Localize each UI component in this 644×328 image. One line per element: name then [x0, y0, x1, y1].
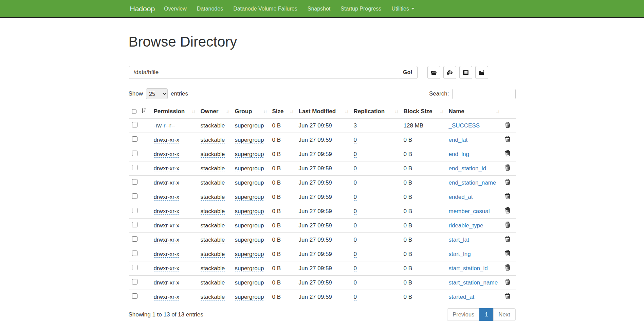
group-value[interactable]: supergroup [235, 122, 264, 129]
file-name-link[interactable]: started_at [449, 294, 475, 300]
previous-page-button[interactable]: Previous [447, 308, 480, 321]
permission-value[interactable]: -rw-r--r-- [154, 122, 175, 129]
owner-value[interactable]: stackable [201, 208, 225, 215]
delete-button[interactable] [505, 165, 511, 171]
column-header-name[interactable]: Name↓↑ [445, 105, 501, 118]
file-name-link[interactable]: ended_at [449, 194, 473, 200]
file-name-link[interactable]: member_casual [449, 208, 490, 214]
delete-button[interactable] [505, 122, 511, 128]
brand-link[interactable]: Hadoop [130, 0, 155, 17]
group-value[interactable]: supergroup [235, 222, 264, 229]
search-input[interactable] [452, 89, 516, 99]
owner-value[interactable]: stackable [201, 122, 225, 129]
group-value[interactable]: supergroup [235, 165, 264, 172]
row-checkbox[interactable] [132, 165, 137, 170]
row-checkbox[interactable] [132, 208, 137, 213]
group-value[interactable]: supergroup [235, 251, 264, 258]
permission-value[interactable]: drwxr-xr-x [154, 179, 180, 186]
upload-files-button[interactable] [443, 66, 456, 79]
nav-item-datanode-volume-failures[interactable]: Datanode Volume Failures [228, 0, 302, 17]
delete-button[interactable] [505, 222, 511, 228]
group-value[interactable]: supergroup [235, 137, 264, 143]
row-checkbox[interactable] [132, 236, 137, 242]
file-name-link[interactable]: rideable_type [449, 222, 483, 229]
replication-value[interactable]: 0 [354, 237, 357, 243]
column-header-group[interactable]: Group↓↑ [232, 105, 269, 118]
file-name-link[interactable]: end_station_name [449, 179, 496, 186]
replication-value[interactable]: 0 [354, 279, 357, 286]
file-name-link[interactable]: end_lat [449, 137, 468, 143]
nav-item-datanodes[interactable]: Datanodes [192, 0, 228, 17]
delete-button[interactable] [505, 136, 511, 142]
owner-value[interactable]: stackable [201, 251, 225, 258]
row-checkbox[interactable] [132, 193, 137, 199]
file-name-link[interactable]: start_lng [449, 251, 471, 257]
delete-button[interactable] [505, 236, 511, 242]
group-value[interactable]: supergroup [235, 179, 264, 186]
replication-value[interactable]: 0 [354, 251, 357, 258]
permission-value[interactable]: drwxr-xr-x [154, 294, 180, 300]
row-checkbox[interactable] [132, 122, 137, 127]
owner-value[interactable]: stackable [201, 137, 225, 143]
next-page-button[interactable]: Next [493, 308, 516, 321]
directory-path-input[interactable] [129, 66, 398, 79]
owner-value[interactable]: stackable [201, 194, 225, 201]
delete-button[interactable] [505, 250, 511, 256]
page-size-select[interactable]: 25 [146, 88, 168, 99]
row-checkbox[interactable] [132, 151, 137, 156]
nav-item-utilities-dropdown[interactable]: Utilities [386, 0, 420, 17]
group-value[interactable]: supergroup [235, 279, 264, 286]
folder-open-button[interactable] [427, 66, 440, 79]
nav-item-snapshot[interactable]: Snapshot [302, 0, 336, 17]
row-checkbox[interactable] [132, 279, 137, 284]
file-name-link[interactable]: end_lng [449, 151, 470, 157]
replication-value[interactable]: 0 [354, 208, 357, 215]
delete-button[interactable] [505, 193, 511, 199]
permission-value[interactable]: drwxr-xr-x [154, 279, 180, 286]
permission-value[interactable]: drwxr-xr-x [154, 165, 180, 172]
owner-value[interactable]: stackable [201, 165, 225, 172]
delete-button[interactable] [505, 293, 511, 299]
group-value[interactable]: supergroup [235, 208, 264, 215]
column-header-last-modified[interactable]: Last Modified↓↑ [295, 105, 350, 118]
permission-value[interactable]: drwxr-xr-x [154, 137, 180, 143]
file-name-link[interactable]: start_lat [449, 237, 469, 243]
column-header-permission[interactable]: Permission↓↑ [150, 105, 197, 118]
file-name-link[interactable]: _SUCCESS [449, 122, 480, 129]
file-name-link[interactable]: end_station_id [449, 165, 486, 172]
permission-value[interactable]: drwxr-xr-x [154, 194, 180, 201]
owner-value[interactable]: stackable [201, 237, 225, 243]
row-checkbox[interactable] [132, 222, 137, 227]
replication-value[interactable]: 0 [354, 179, 357, 186]
page-1-button[interactable]: 1 [479, 308, 493, 321]
replication-value[interactable]: 0 [354, 194, 357, 201]
row-checkbox[interactable] [132, 179, 137, 185]
delete-button[interactable] [505, 264, 511, 271]
folder-export-button[interactable] [475, 66, 488, 79]
owner-value[interactable]: stackable [201, 265, 225, 272]
column-header-block-size[interactable]: Block Size↓↑ [400, 105, 445, 118]
delete-button[interactable] [505, 179, 511, 185]
select-all-checkbox[interactable] [132, 109, 136, 114]
group-value[interactable]: supergroup [235, 194, 264, 201]
row-checkbox[interactable] [132, 293, 137, 299]
replication-value[interactable]: 0 [354, 222, 357, 229]
owner-value[interactable]: stackable [201, 222, 225, 229]
column-header-owner[interactable]: Owner↓↑ [197, 105, 232, 118]
owner-value[interactable]: stackable [201, 179, 225, 186]
row-checkbox[interactable] [132, 136, 137, 142]
delete-button[interactable] [505, 279, 511, 285]
go-button[interactable]: Go! [398, 66, 418, 79]
group-value[interactable]: supergroup [235, 294, 264, 300]
row-checkbox[interactable] [132, 265, 137, 270]
permission-value[interactable]: drwxr-xr-x [154, 208, 180, 215]
delete-button[interactable] [505, 150, 511, 156]
group-value[interactable]: supergroup [235, 151, 264, 158]
replication-value[interactable]: 0 [354, 165, 357, 172]
permission-value[interactable]: drwxr-xr-x [154, 265, 180, 272]
replication-value[interactable]: 0 [354, 265, 357, 272]
delete-button[interactable] [505, 207, 511, 213]
group-value[interactable]: supergroup [235, 237, 264, 243]
column-header-size[interactable]: Size↓↑ [269, 105, 295, 118]
replication-value[interactable]: 0 [354, 137, 357, 143]
